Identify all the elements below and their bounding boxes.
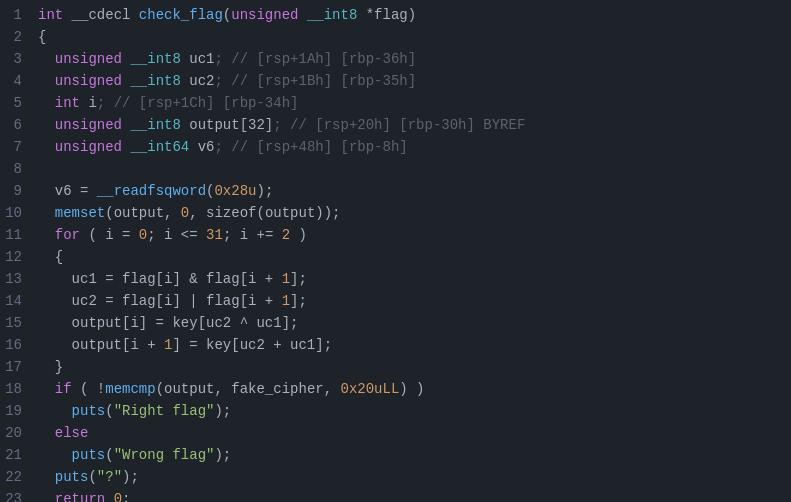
code-token: 31 [206,227,223,243]
code-token [38,73,55,89]
code-token: puts [72,447,106,463]
code-token: ( [223,7,231,23]
code-token [38,469,55,485]
code-token: ); [214,447,231,463]
line-number: 5 [4,92,22,114]
line-number: 18 [4,378,22,400]
code-token [38,139,55,155]
line-number: 9 [4,180,22,202]
code-token: "?" [97,469,122,485]
code-token: 0 [139,227,147,243]
code-token: ; [122,491,130,502]
code-editor: 123456789101112131415161718192021222324 … [0,0,791,502]
code-line: uc2 = flag[i] | flag[i + 1]; [38,290,791,312]
code-token: = [72,183,97,199]
code-line: unsigned __int64 v6; // [rsp+48h] [rbp-8… [38,136,791,158]
line-number: 8 [4,158,22,180]
code-token [38,95,55,111]
code-token [38,403,72,419]
code-token: ) [408,7,416,23]
line-number-gutter: 123456789101112131415161718192021222324 [0,0,30,502]
code-token [105,491,113,502]
code-line: output[i + 1] = key[uc2 + uc1]; [38,334,791,356]
code-token: output[i + [38,337,164,353]
code-token: ; // [rsp+48h] [rbp-8h] [214,139,407,155]
code-token: memset [55,205,105,221]
code-line: } [38,356,791,378]
code-token: ; // [rsp+1Ah] [rbp-36h] [214,51,416,67]
code-token: __int8 [298,7,365,23]
code-token: memcmp [105,381,155,397]
code-token: 1 [282,293,290,309]
code-line: v6 = __readfsqword(0x28u); [38,180,791,202]
code-token: ] = key[uc2 + uc1]; [172,337,332,353]
line-number: 6 [4,114,22,136]
code-token: v6 [198,139,215,155]
code-line: { [38,26,791,48]
code-line: puts("Wrong flag"); [38,444,791,466]
code-line: puts("?"); [38,466,791,488]
code-token: __int64 [122,139,198,155]
code-token: ( ! [72,381,106,397]
code-token: ( [88,469,96,485]
code-token: uc1 [189,51,214,67]
code-token: ( [105,403,113,419]
code-token: 1 [282,271,290,287]
code-line: uc1 = flag[i] & flag[i + 1]; [38,268,791,290]
code-token: uc1 = flag[i] & flag[i + [38,271,282,287]
code-token: uc2 = flag[i] | flag[i + [38,293,282,309]
line-number: 19 [4,400,22,422]
code-token: { [38,29,46,45]
line-number: 2 [4,26,22,48]
line-number: 1 [4,4,22,26]
line-number: 13 [4,268,22,290]
code-token: for [55,227,80,243]
code-token: puts [72,403,106,419]
code-token: ; // [rsp+1Ch] [rbp-34h] [97,95,299,111]
code-line: unsigned __int8 uc2; // [rsp+1Bh] [rbp-3… [38,70,791,92]
code-token: output[32] [189,117,273,133]
code-token [38,205,55,221]
code-token [38,51,55,67]
code-token: 0 [181,205,189,221]
code-line: for ( i = 0; i <= 31; i += 2 ) [38,224,791,246]
line-number: 3 [4,48,22,70]
code-token [38,447,72,463]
code-token: ( [105,447,113,463]
code-area[interactable]: int __cdecl check_flag(unsigned __int8 *… [30,0,791,502]
code-token: (output, fake_cipher, [156,381,341,397]
code-token: int [55,95,80,111]
line-number: 16 [4,334,22,356]
code-token: 0x28u [214,183,256,199]
code-line: output[i] = key[uc2 ^ uc1]; [38,312,791,334]
code-token [38,425,55,441]
code-token: __int8 [122,51,189,67]
code-token: i [80,95,97,111]
code-token [38,183,55,199]
code-token [38,117,55,133]
code-token: "Wrong flag" [114,447,215,463]
code-token: ) ) [399,381,424,397]
code-token: __cdecl [63,7,139,23]
code-token: unsigned [55,73,122,89]
code-token: *flag [366,7,408,23]
code-line: int i; // [rsp+1Ch] [rbp-34h] [38,92,791,114]
line-number: 20 [4,422,22,444]
code-token: ]; [290,271,307,287]
code-line: { [38,246,791,268]
code-line: if ( !memcmp(output, fake_cipher, 0x20uL… [38,378,791,400]
code-token: puts [55,469,89,485]
line-number: 23 [4,488,22,502]
code-line: unsigned __int8 output[32]; // [rsp+20h]… [38,114,791,136]
code-token: unsigned [55,117,122,133]
code-token: ); [214,403,231,419]
line-number: 7 [4,136,22,158]
code-token: "Right flag" [114,403,215,419]
code-token: ]; [290,293,307,309]
code-token: ; // [rsp+20h] [rbp-30h] BYREF [273,117,525,133]
code-token: unsigned [231,7,298,23]
code-token: v6 [55,183,72,199]
line-number: 11 [4,224,22,246]
code-token: unsigned [55,51,122,67]
code-line: else [38,422,791,444]
